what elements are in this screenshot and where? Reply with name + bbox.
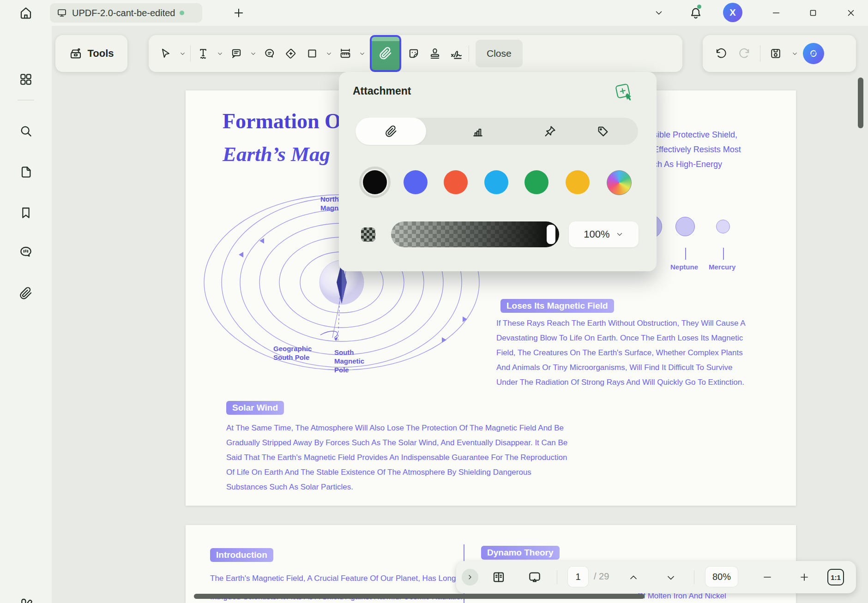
tools-button[interactable]: Tools: [55, 35, 127, 72]
search-icon[interactable]: [18, 124, 33, 138]
tools-label: Tools: [87, 48, 114, 60]
pages-icon[interactable]: [18, 165, 33, 179]
home-button[interactable]: [18, 6, 33, 20]
zoom-level-input[interactable]: 80%: [705, 567, 738, 587]
next-page-button[interactable]: [665, 572, 676, 583]
attachment-type-tabs: [356, 118, 638, 145]
tab-attachment[interactable]: [356, 118, 426, 145]
apps-grid-icon[interactable]: [18, 72, 33, 87]
previous-page-button[interactable]: [628, 572, 639, 583]
notification-dot: [697, 5, 701, 9]
opacity-value: 100%: [584, 228, 609, 240]
loses-badge: Loses Its Magnetic Field: [500, 299, 614, 313]
bottombar-divider: [557, 570, 557, 584]
shape-tool-chevron-icon[interactable]: [323, 41, 335, 66]
tab-chart[interactable]: [442, 118, 513, 145]
doc-title-line1: Formation O: [223, 109, 341, 133]
maximize-button[interactable]: [807, 8, 819, 18]
typewriter-comment-button[interactable]: [259, 41, 280, 66]
vertical-scrollbar[interactable]: [858, 78, 863, 128]
close-tool-button[interactable]: Close: [476, 40, 523, 67]
monitor-icon: [56, 7, 67, 18]
actual-size-button[interactable]: 1:1: [827, 569, 844, 585]
color-swatch-yellow[interactable]: [566, 170, 590, 194]
minimize-button[interactable]: [770, 8, 782, 18]
intro-line1: The Earth's Magnetic Field, A Crucial Fe…: [210, 571, 459, 586]
paperclip-icon: [378, 46, 393, 61]
document-tab[interactable]: UPDF-2.0-cant-be-edited: [50, 3, 202, 23]
introduction-badge: Introduction: [210, 548, 273, 562]
toolbox-icon: [69, 47, 83, 60]
new-tab-button[interactable]: [232, 6, 245, 19]
undo-button[interactable]: [710, 41, 731, 66]
south-magnetic-pole-label: South Magnetic Pole: [334, 348, 364, 374]
planet-circle-neptune: [675, 217, 695, 236]
save-chevron-icon[interactable]: [789, 41, 800, 66]
measure-tool-button[interactable]: [335, 41, 356, 66]
stamp-tool-button[interactable]: [424, 41, 446, 66]
attachments-panel-icon[interactable]: [18, 286, 33, 301]
redo-button[interactable]: [734, 41, 755, 66]
eraser-plus-button[interactable]: [280, 41, 301, 66]
measure-tool-chevron-icon[interactable]: [356, 41, 368, 66]
planet-tick: [685, 248, 686, 260]
comment-tool-button[interactable]: [226, 41, 247, 66]
page-navigation-bar: 1 / 29 80% 1:1: [456, 561, 856, 593]
planet-tick: [723, 248, 724, 260]
solar-wind-badge: Solar Wind: [226, 401, 284, 415]
tab-tag[interactable]: [567, 118, 638, 145]
page-layout-button[interactable]: [491, 570, 506, 585]
toolbar-divider: [760, 45, 760, 62]
color-swatch-black[interactable]: [363, 170, 387, 194]
right-col-line: sible Protective Shield,: [653, 130, 737, 140]
close-window-button[interactable]: [845, 8, 857, 18]
attachment-tool-button[interactable]: [370, 35, 401, 72]
text-tool-button[interactable]: [193, 41, 214, 66]
transparency-chip[interactable]: [361, 227, 375, 242]
avatar[interactable]: X: [723, 3, 742, 22]
color-swatch-custom[interactable]: [607, 170, 632, 195]
zoom-in-button[interactable]: [799, 572, 810, 583]
color-swatch-orange[interactable]: [444, 170, 468, 194]
opacity-slider-handle[interactable]: [547, 225, 555, 244]
bookmark-icon[interactable]: [18, 205, 33, 220]
zoom-out-button[interactable]: [762, 572, 773, 583]
presentation-mode-button[interactable]: [527, 570, 542, 585]
opacity-slider[interactable]: [391, 221, 559, 247]
color-swatch-blue[interactable]: [404, 170, 428, 194]
signature-tool-button[interactable]: [446, 41, 467, 66]
ai-assistant-button[interactable]: [803, 43, 824, 64]
expand-bar-button[interactable]: [462, 569, 478, 585]
titlebar-chevron-down-icon[interactable]: [653, 8, 665, 18]
select-tool-chevron-icon[interactable]: [176, 41, 188, 66]
planet-label-mercury: Mercury: [709, 263, 735, 271]
planet-label-neptune: Neptune: [670, 263, 698, 271]
sticker-tool-button[interactable]: [403, 41, 424, 66]
dynamo-theory-badge: Dynamo Theory: [481, 546, 560, 560]
zoom-level-value: 80%: [712, 572, 731, 582]
page-number-value: 1: [575, 572, 580, 582]
toolbar-divider: [190, 45, 191, 62]
annotation-toolbar: Close: [149, 35, 682, 72]
save-button[interactable]: [765, 41, 786, 66]
color-swatch-sky[interactable]: [484, 170, 508, 194]
horizontal-scrollbar[interactable]: [194, 594, 645, 599]
opacity-chevron-icon: [615, 230, 624, 239]
comments-panel-icon[interactable]: [18, 245, 33, 259]
comment-tool-chevron-icon[interactable]: [247, 41, 259, 66]
color-swatch-green[interactable]: [524, 170, 549, 194]
page-total: / 29: [594, 571, 609, 582]
geographic-south-pole-label: Geographic South Pole: [273, 344, 312, 362]
page-number-input[interactable]: 1: [568, 567, 588, 587]
text-tool-chevron-icon[interactable]: [214, 41, 226, 66]
notifications-button[interactable]: [689, 6, 703, 20]
select-tool-button[interactable]: [155, 41, 176, 66]
ai-swirl-icon: [807, 47, 820, 60]
swatches-icon[interactable]: [18, 596, 33, 603]
attachment-popup: Attachment: [339, 72, 657, 271]
shape-tool-button[interactable]: [301, 41, 323, 66]
add-attachment-icon[interactable]: [613, 82, 635, 103]
planet-circle-mercury: [716, 220, 730, 233]
opacity-dropdown[interactable]: 100%: [569, 221, 639, 247]
actual-size-label: 1:1: [831, 573, 841, 581]
